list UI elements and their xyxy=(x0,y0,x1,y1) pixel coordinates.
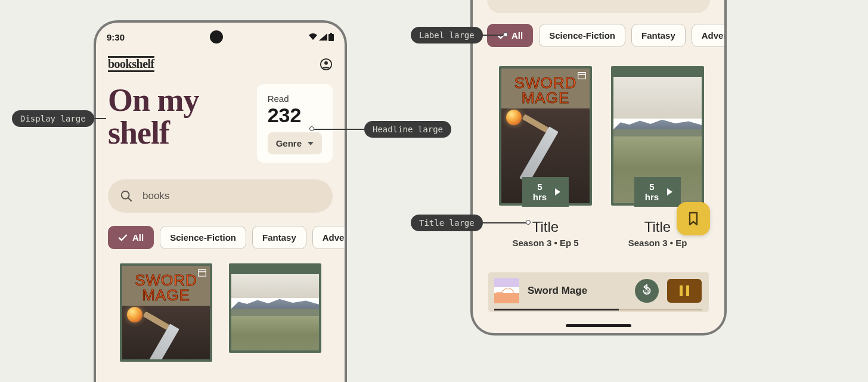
page-title: On my shelf xyxy=(108,84,247,150)
play-icon xyxy=(667,188,672,195)
rewind-10-button[interactable]: 10 xyxy=(635,279,659,303)
chip-label: All xyxy=(512,30,523,41)
now-playing-title: Sword Mage xyxy=(528,285,627,297)
phone-frame-left: 9:30 bookshelf On my shelf Read 232 Genr… xyxy=(94,20,347,382)
fab-bookmark[interactable] xyxy=(677,202,710,235)
filter-chips: All Science-Fiction Fantasy Adventur xyxy=(96,213,345,249)
duration-chip[interactable]: 5 hrs xyxy=(522,177,569,207)
genre-label: Genre xyxy=(276,138,302,148)
chip-label: Fantasy xyxy=(641,30,675,41)
camera-cutout xyxy=(210,30,223,44)
svg-line-5 xyxy=(128,198,131,201)
connector-dot xyxy=(503,32,508,37)
account-icon[interactable] xyxy=(320,58,333,71)
window-icon xyxy=(578,72,586,79)
chip-all[interactable]: All xyxy=(108,226,154,249)
connector xyxy=(314,129,364,130)
cover-title-line2: MAGE xyxy=(501,91,590,105)
phone-frame-right: All Science-Fiction Fantasy Adventu SWOR… xyxy=(470,0,727,336)
duration-label: 5 hrs xyxy=(531,182,549,202)
status-bar: 9:30 xyxy=(96,23,345,45)
annotation-label-large: Label large xyxy=(411,27,483,44)
svg-rect-6 xyxy=(199,270,206,277)
cover-title-line1: SWORD xyxy=(501,76,590,91)
svg-rect-1 xyxy=(330,33,332,34)
duration-chip[interactable]: 5 hrs xyxy=(634,177,681,207)
svg-rect-0 xyxy=(328,34,334,41)
book-cover-landscape[interactable] xyxy=(229,263,321,353)
chevron-down-icon xyxy=(308,142,314,145)
pause-icon xyxy=(680,285,689,296)
annotation-display-large: Display large xyxy=(12,110,94,127)
read-count: 232 xyxy=(268,105,322,125)
top-bar: bookshelf xyxy=(96,45,345,76)
chip-label: Adventur xyxy=(323,232,345,243)
genre-dropdown[interactable]: Genre xyxy=(268,132,322,154)
covers-row: SWORD MAGE xyxy=(96,249,345,362)
search-input[interactable]: books xyxy=(108,179,333,213)
app-logo: bookshelf xyxy=(108,56,154,72)
svg-text:10: 10 xyxy=(644,289,649,293)
book-subtitle: Season 3 • Ep xyxy=(611,238,704,248)
book-cover-sword-mage[interactable]: SWORD MAGE xyxy=(120,263,212,362)
read-card: Read 232 Genre xyxy=(257,84,333,163)
battery-icon xyxy=(328,33,334,41)
svg-rect-8 xyxy=(578,73,586,79)
cover-title-line2: MAGE xyxy=(122,288,210,303)
duration-label: 5 hrs xyxy=(643,182,661,202)
search-icon xyxy=(120,190,133,203)
bookmark-icon xyxy=(687,212,699,226)
filter-chips: All Science-Fiction Fantasy Adventu xyxy=(473,13,724,47)
chip-adventure[interactable]: Adventur xyxy=(312,226,345,249)
book-title: Title xyxy=(499,219,592,235)
search-input-collapsed[interactable] xyxy=(487,0,710,13)
status-time: 9:30 xyxy=(107,32,125,42)
chip-adventure[interactable]: Adventu xyxy=(692,24,724,47)
rewind-10-icon: 10 xyxy=(640,284,653,297)
play-icon xyxy=(555,188,560,195)
chip-science-fiction[interactable]: Science-Fiction xyxy=(539,24,625,47)
chip-label: Science-Fiction xyxy=(549,30,615,41)
search-placeholder: books xyxy=(142,190,169,202)
window-icon xyxy=(198,269,206,277)
svg-point-3 xyxy=(324,61,328,64)
read-label: Read xyxy=(268,94,322,104)
book-card[interactable]: SWORD MAGE 5 hrs Title S xyxy=(499,66,592,248)
navigation-handle[interactable] xyxy=(566,324,631,327)
chip-fantasy[interactable]: Fantasy xyxy=(631,24,686,47)
cover-title-line1: SWORD xyxy=(122,273,210,288)
chip-science-fiction[interactable]: Science-Fiction xyxy=(160,226,246,249)
chip-label: Adventu xyxy=(702,30,724,41)
check-icon xyxy=(118,233,128,243)
pause-button[interactable] xyxy=(667,279,702,303)
status-icons xyxy=(308,33,334,41)
annotation-title-large: Title large xyxy=(411,215,483,231)
chip-fantasy[interactable]: Fantasy xyxy=(252,226,306,249)
signal-icon xyxy=(319,33,327,41)
chip-label: Fantasy xyxy=(262,232,296,243)
wifi-icon xyxy=(308,33,318,41)
now-playing-bar[interactable]: Sword Mage 10 xyxy=(488,272,709,312)
annotation-headline-large: Headline large xyxy=(364,121,451,138)
book-subtitle: Season 3 • Ep 5 xyxy=(499,238,592,248)
connector-dot xyxy=(309,126,314,131)
hero-row: On my shelf Read 232 Genre xyxy=(96,76,345,170)
chip-label: Science-Fiction xyxy=(170,232,236,243)
chip-label: All xyxy=(132,232,144,243)
connector-dot xyxy=(526,220,531,225)
now-playing-artwork xyxy=(494,278,519,303)
playback-progress[interactable] xyxy=(494,309,702,310)
